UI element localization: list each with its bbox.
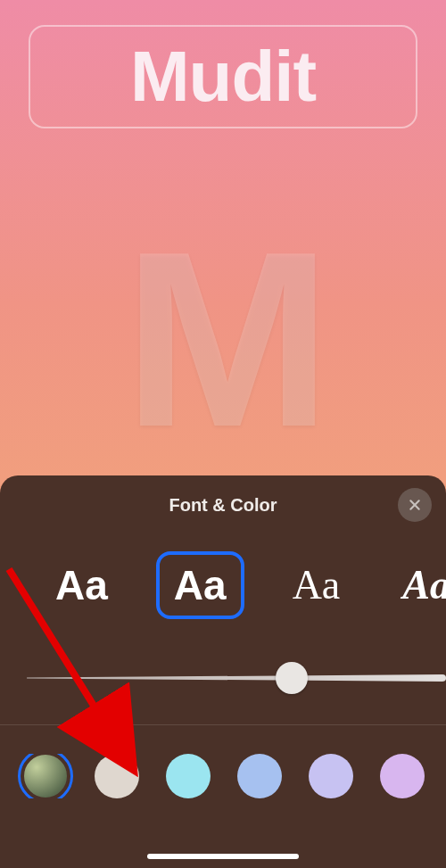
monogram-letter: M [123,214,322,464]
sheet-title: Font & Color [169,495,277,515]
font-color-sheet: Font & Color Aa Aa Aa Aa [0,475,446,868]
font-sample: Aa [174,565,227,606]
divider [0,724,446,725]
weight-slider[interactable] [0,660,446,696]
font-option-0[interactable]: Aa [41,551,122,619]
contact-name: Mudit [130,36,316,118]
sheet-header: Font & Color [0,475,446,516]
color-swatch-0[interactable] [23,754,68,798]
color-swatch-4[interactable] [309,754,353,798]
monogram: M [0,214,446,464]
color-swatch-2[interactable] [166,754,211,798]
contact-poster-editor: Mudit M Font & Color Aa Aa Aa Aa [0,0,446,868]
slider-track [27,674,446,682]
font-sample: Aa [402,565,446,606]
color-swatch-1[interactable] [95,754,139,798]
name-input-box[interactable]: Mudit [29,25,417,128]
color-swatch-3[interactable] [237,754,282,798]
font-option-1[interactable]: Aa [156,551,244,619]
slider-thumb[interactable] [276,662,308,694]
font-sample: Aa [55,565,108,606]
home-indicator[interactable] [147,854,299,859]
close-button[interactable] [398,488,432,522]
font-options-row: Aa Aa Aa Aa [0,551,446,619]
close-icon [408,498,422,512]
font-option-3[interactable]: Aa [388,551,446,619]
font-sample: Aa [293,565,341,606]
font-option-2[interactable]: Aa [278,551,355,619]
color-swatch-5[interactable] [380,754,425,798]
color-swatch-row [0,754,446,798]
